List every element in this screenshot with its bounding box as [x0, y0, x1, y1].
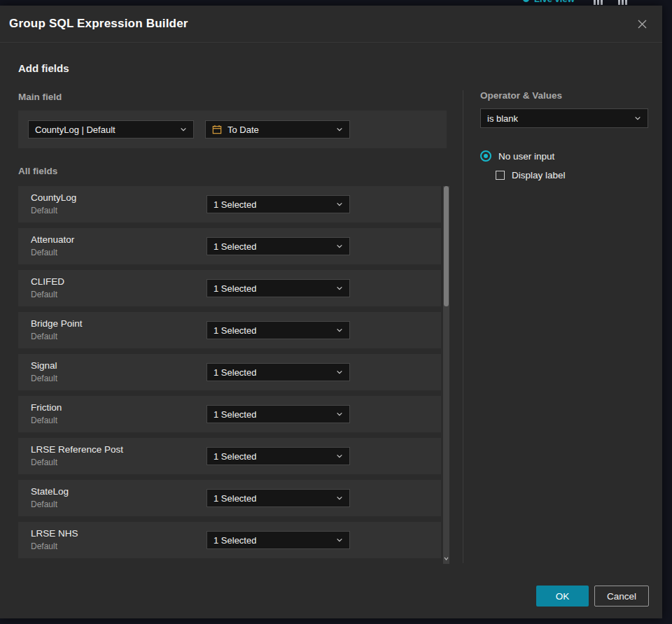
field-selection-dropdown-value: 1 Selected — [214, 493, 256, 504]
dialog-body: Add fields Main field CountyLog | Defaul… — [0, 43, 662, 618]
main-field-dropdown[interactable]: CountyLog | Default — [28, 120, 194, 139]
field-selection-dropdown[interactable]: 1 Selected — [206, 237, 350, 255]
chart-icon[interactable] — [618, 0, 627, 5]
field-selection-dropdown-value: 1 Selected — [214, 241, 256, 252]
all-fields-list: CountyLog Default 1 Selected Attenuator … — [18, 186, 441, 564]
chevron-down-icon — [336, 495, 343, 502]
field-subtitle: Default — [31, 499, 69, 509]
live-view-indicator: Live view — [523, 0, 575, 4]
field-selection-dropdown[interactable]: 1 Selected — [206, 363, 350, 381]
field-texts: Bridge Point Default — [31, 318, 83, 341]
field-name: LRSE Reference Post — [31, 444, 123, 455]
field-selection-dropdown[interactable]: 1 Selected — [206, 405, 350, 423]
field-name: Attenuator — [31, 234, 74, 245]
live-view-label: Live view — [534, 0, 575, 4]
live-view-icon — [523, 0, 529, 2]
dialog-header: Group SQL Expression Builder — [0, 6, 662, 43]
chevron-down-icon — [336, 243, 343, 250]
dialog-footer: OK Cancel — [536, 586, 649, 607]
field-subtitle: Default — [31, 332, 83, 341]
field-selection-dropdown-value: 1 Selected — [214, 451, 256, 462]
field-row: Friction Default 1 Selected — [18, 396, 441, 432]
field-row: CLIFED Default 1 Selected — [18, 270, 441, 306]
chevron-down-icon — [336, 537, 343, 544]
calendar-icon — [212, 125, 222, 134]
ok-button[interactable]: OK — [536, 586, 589, 607]
field-row: LRSE NHS Default 1 Selected — [18, 522, 441, 558]
close-icon[interactable] — [633, 15, 651, 33]
field-row: Bridge Point Default 1 Selected — [18, 312, 441, 348]
field-selection-dropdown[interactable]: 1 Selected — [206, 531, 350, 549]
operator-values-panel: Operator & Values is blank No user input… — [480, 90, 648, 180]
main-field-panel: CountyLog | Default To Date — [18, 111, 447, 148]
field-texts: CLIFED Default — [31, 276, 64, 299]
field-selection-dropdown-value: 1 Selected — [214, 325, 256, 336]
field-name: CLIFED — [31, 276, 64, 287]
field-row: LRSE Reference Post Default 1 Selected — [18, 438, 441, 474]
field-texts: CountyLog Default — [31, 192, 76, 215]
vertical-divider — [463, 90, 463, 563]
field-texts: StateLog Default — [31, 486, 69, 509]
column-chart-icon[interactable] — [594, 0, 603, 5]
field-row: StateLog Default 1 Selected — [18, 480, 441, 516]
field-name: LRSE NHS — [31, 528, 78, 539]
field-selection-dropdown[interactable]: 1 Selected — [206, 489, 350, 507]
field-texts: LRSE NHS Default — [31, 528, 78, 551]
scrollbar-thumb[interactable] — [444, 186, 449, 306]
group-sql-expression-builder-dialog: Group SQL Expression Builder Add fields … — [0, 6, 662, 618]
field-subtitle: Default — [31, 248, 74, 257]
field-name: Signal — [31, 360, 57, 371]
dialog-title: Group SQL Expression Builder — [9, 17, 188, 31]
all-fields-label: All fields — [18, 166, 57, 176]
date-field-dropdown[interactable]: To Date — [205, 120, 350, 139]
field-row: CountyLog Default 1 Selected — [18, 186, 441, 222]
radio-label: No user input — [498, 151, 554, 162]
chevron-down-icon — [180, 126, 187, 133]
chevron-down-icon — [336, 327, 343, 334]
field-name: CountyLog — [31, 192, 76, 203]
field-selection-dropdown[interactable]: 1 Selected — [206, 195, 350, 213]
field-row: Signal Default 1 Selected — [18, 354, 441, 390]
cancel-button[interactable]: Cancel — [594, 586, 649, 607]
field-name: Bridge Point — [31, 318, 83, 329]
chevron-down-icon — [336, 369, 343, 376]
field-texts: Attenuator Default — [31, 234, 74, 257]
field-subtitle: Default — [31, 206, 76, 215]
field-texts: Friction Default — [31, 402, 62, 425]
display-label-option[interactable]: Display label — [496, 170, 648, 180]
field-subtitle: Default — [31, 541, 78, 551]
main-field-label: Main field — [18, 92, 62, 102]
section-title: Add fields — [18, 62, 69, 74]
field-row: Attenuator Default 1 Selected — [18, 228, 441, 264]
field-name: StateLog — [31, 486, 69, 497]
scrollbar-down-arrow-icon[interactable] — [443, 551, 449, 563]
no-user-input-option[interactable]: No user input — [480, 150, 648, 162]
field-subtitle: Default — [31, 416, 62, 425]
field-name: Friction — [31, 402, 62, 413]
field-selection-dropdown-value: 1 Selected — [214, 367, 256, 378]
chevron-down-icon — [336, 285, 343, 292]
chevron-down-icon — [336, 201, 343, 208]
field-selection-dropdown[interactable]: 1 Selected — [206, 321, 350, 339]
main-field-dropdown-value: CountyLog | Default — [35, 125, 115, 135]
field-selection-dropdown[interactable]: 1 Selected — [206, 279, 350, 297]
field-selection-dropdown-value: 1 Selected — [214, 283, 256, 294]
scrollbar[interactable] — [443, 186, 449, 564]
operator-dropdown[interactable]: is blank — [480, 108, 648, 128]
chevron-down-icon — [336, 411, 343, 418]
toolbar-icons — [594, 0, 627, 5]
checkbox-label: Display label — [512, 170, 566, 180]
field-selection-dropdown-value: 1 Selected — [214, 535, 256, 546]
operator-values-label: Operator & Values — [480, 90, 648, 101]
field-subtitle: Default — [31, 458, 123, 467]
checkbox-unchecked-icon[interactable] — [496, 171, 505, 180]
field-selection-dropdown[interactable]: 1 Selected — [206, 447, 350, 465]
field-subtitle: Default — [31, 290, 64, 299]
field-texts: LRSE Reference Post Default — [31, 444, 123, 467]
field-texts: Signal Default — [31, 360, 57, 383]
field-subtitle: Default — [31, 374, 57, 383]
operator-dropdown-value: is blank — [487, 113, 518, 124]
chevron-down-icon — [336, 126, 343, 133]
radio-selected-icon[interactable] — [480, 150, 491, 162]
field-selection-dropdown-value: 1 Selected — [214, 199, 256, 210]
